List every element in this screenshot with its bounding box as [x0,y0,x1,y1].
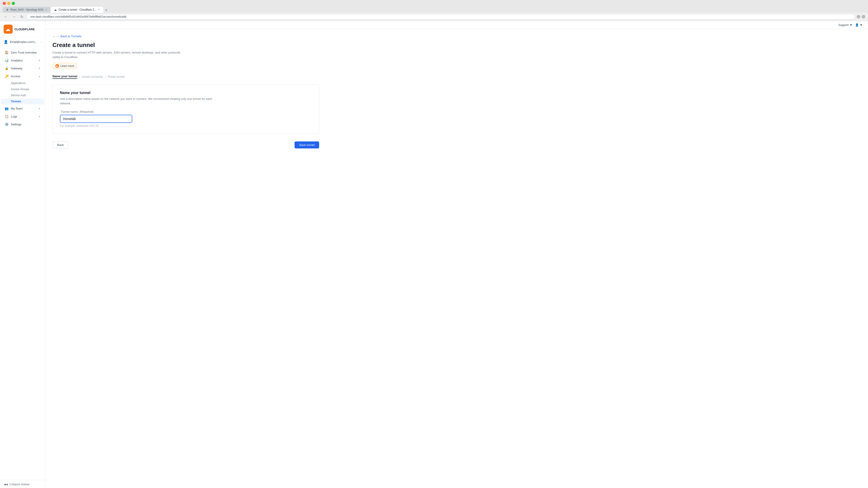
tab1-favicon: 🖥 [6,8,9,11]
sidebar-item-overview-label: Zero Trust overview [11,51,37,54]
extensions-icon [862,15,865,19]
sidebar-item-gateway-label: Gateway [11,67,22,70]
sidebar-footer: ◀◀ Collapse sidebar [0,480,45,488]
collapse-icon: ◀◀ [4,483,8,486]
tunnel-name-label: Tunnel name (Required) [60,110,312,113]
sidebar-item-service-auth-label: Service Auth [11,94,26,97]
main-content: ← ← Back to Tunnels Create a tunnel Crea… [45,29,868,488]
sidebar-item-tunnels[interactable]: Tunnels [1,98,44,104]
app-layout: ☁ CLOUDFLARE 👤 Email@royleo.com's... › 🏠… [0,21,868,488]
sidebar-item-service-auth[interactable]: Service Auth [1,92,44,98]
sidebar-item-analytics-label: Analytics [11,59,23,62]
sidebar-item-access-groups[interactable]: Access Groups [1,86,44,92]
sidebar-nav: 🏠 Zero Trust overview 📊 Analytics ▼ 🔒 Ga… [0,46,45,480]
back-nav-button[interactable]: ← [3,14,9,19]
sidebar-item-settings[interactable]: ⚙️ Settings [1,121,44,128]
collapse-label: Collapse sidebar [9,483,30,486]
sidebar-item-my-team[interactable]: 👥 My Team ▼ [1,105,44,112]
cloudflare-label: CLOUDFLARE [14,28,35,31]
logs-expand-icon: ▼ [38,115,40,118]
tab1-close-icon[interactable]: ✕ [45,8,47,11]
gateway-expand-icon: ▼ [38,67,40,70]
user-icon: 👤 [855,23,859,27]
support-button[interactable]: Support ▼ [838,23,852,27]
sidebar-item-my-team-label: My Team [11,107,23,110]
actions-row: Back Save tunnel [53,141,319,149]
sidebar-item-logs[interactable]: 📋 Logs ▼ [1,112,44,120]
browser-tab-2[interactable]: ☁ Create a tunnel - Cloudflare Z... ✕ [51,7,103,13]
back-to-tunnels-label: ← Back to Tunnels [57,35,81,38]
tunnel-name-input[interactable] [60,115,132,123]
steps-bar: Name your tunnel › Install connector › R… [53,74,861,79]
sidebar-account[interactable]: 👤 Email@royleo.com's... › [0,37,45,46]
cf-logo-icon: ☁ [4,25,13,34]
tab1-label: Roys_NAS - Synology NAS [10,8,43,11]
bookmark-icon [857,15,860,19]
access-icon: 🔑 [4,74,8,78]
learn-more-button[interactable]: ▶ Learn more [53,63,77,69]
sidebar-item-analytics[interactable]: 📊 Analytics ▼ [1,57,44,64]
sidebar-item-access[interactable]: 🔑 Access ▲ [1,72,44,80]
back-to-tunnels-link[interactable]: ← ← Back to Tunnels [53,35,861,38]
form-section-title: Name your tunnel [60,91,312,95]
page-description: Create a tunnel to connect HTTP web serv… [53,51,188,59]
cloudflare-logo: ☁ CLOUDFLARE [4,25,41,34]
collapse-sidebar-button[interactable]: ◀◀ Collapse sidebar [4,483,41,486]
save-tunnel-button[interactable]: Save tunnel [294,141,319,149]
my-team-expand-icon: ▼ [38,107,40,110]
browser-close-btn[interactable] [3,2,6,5]
sidebar-item-overview[interactable]: 🏠 Zero Trust overview [1,48,44,56]
page-title: Create a tunnel [53,41,861,48]
step-sep-1: › [79,75,80,78]
back-arrow-icon: ← [53,35,55,38]
learn-more-icon: ▶ [55,64,59,68]
new-tab-button[interactable]: + [104,8,109,13]
sidebar-item-applications-label: Applications [11,82,26,85]
sidebar-item-logs-label: Logs [11,115,17,118]
user-chevron-icon: ▼ [860,23,863,27]
browser-tab-1[interactable]: 🖥 Roys_NAS - Synology NAS ✕ [3,7,51,13]
forward-nav-button[interactable]: → [11,14,17,19]
account-chevron-icon: › [41,41,41,43]
browser-tab-bar: 🖥 Roys_NAS - Synology NAS ✕ ☁ Create a t… [3,7,865,13]
browser-min-btn[interactable] [7,2,10,5]
account-icon: 👤 [4,40,8,44]
tab2-label: Create a tunnel - Cloudflare Z... [59,8,96,11]
support-chevron-icon: ▼ [849,23,852,27]
sidebar: ☁ CLOUDFLARE 👤 Email@royleo.com's... › 🏠… [0,21,45,488]
analytics-icon: 📊 [4,58,8,62]
tunnel-name-required: (Required) [80,110,93,113]
learn-more-label: Learn more [60,64,74,68]
analytics-expand-icon: ▼ [38,59,40,62]
access-expand-icon: ▲ [38,75,40,77]
tunnel-name-hint: For example, enterprise-VPC-01 [60,124,312,127]
back-button[interactable]: Back [53,141,68,149]
address-bar-row: ← → ↻ [0,13,868,21]
form-section-desc: Use a descriptive name based on the netw… [60,97,218,105]
svg-text:☁: ☁ [5,26,10,32]
step-sep-2: › [105,75,106,78]
address-input[interactable] [26,14,855,20]
gateway-icon: 🔒 [4,66,8,70]
step-name-tunnel: Name your tunnel [53,74,77,79]
tab2-favicon: ☁ [54,8,57,11]
logs-icon: 📋 [4,114,8,119]
top-bar: Support ▼ 👤 ▼ [45,21,868,29]
support-label: Support [838,23,849,27]
browser-max-btn[interactable] [12,2,15,5]
account-label: Email@royleo.com's... [10,40,39,43]
my-team-icon: 👥 [4,106,8,110]
reload-button[interactable]: ↻ [19,14,25,20]
tab2-close-icon[interactable]: ✕ [98,8,100,11]
form-card: Name your tunnel Use a descriptive name … [53,84,319,134]
sidebar-logo: ☁ CLOUDFLARE [0,21,45,37]
sidebar-item-applications[interactable]: Applications [1,80,44,86]
step-install-connector: Install connector [82,75,103,78]
user-menu-button[interactable]: 👤 ▼ [855,23,863,27]
overview-icon: 🏠 [4,51,8,55]
sidebar-item-access-groups-label: Access Groups [11,88,29,91]
sidebar-item-tunnels-label: Tunnels [11,100,21,103]
step-route-tunnel: Route tunnel [108,75,125,78]
sidebar-item-gateway[interactable]: 🔒 Gateway ▼ [1,64,44,72]
sidebar-item-access-label: Access [11,74,20,78]
